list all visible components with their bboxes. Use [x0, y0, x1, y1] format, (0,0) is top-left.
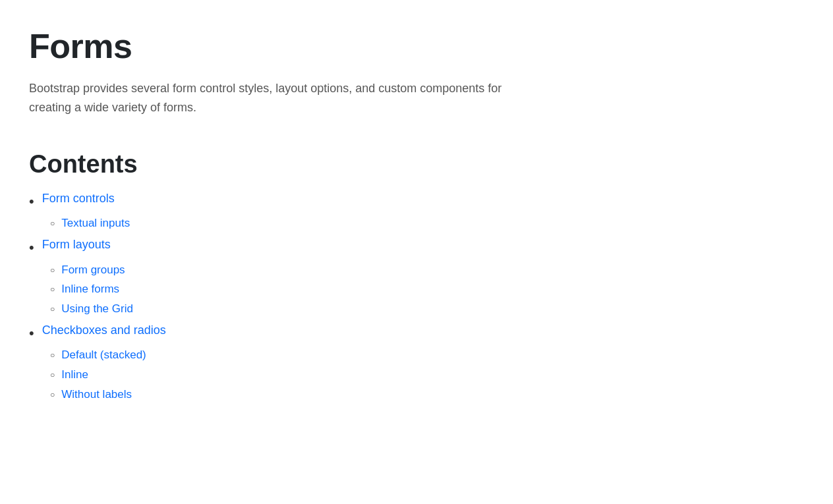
toc-subitem-textual-inputs: ○ Textual inputs: [50, 217, 130, 231]
sub-bullet-default-stacked: ○: [50, 349, 55, 363]
link-without-labels[interactable]: Without labels: [61, 388, 132, 401]
bullet-form-layouts: •: [29, 238, 34, 258]
link-checkboxes-and-radios[interactable]: Checkboxes and radios: [42, 323, 166, 337]
sub-bullet-using-the-grid: ○: [50, 302, 55, 317]
link-inline-forms[interactable]: Inline forms: [61, 283, 119, 296]
toc-item-checkboxes-and-radios: • Checkboxes and radios ○ Default (stack…: [29, 323, 804, 403]
contents-heading: Contents: [29, 150, 804, 179]
page-title: Forms: [29, 26, 804, 66]
link-form-groups[interactable]: Form groups: [61, 264, 125, 277]
bullet-form-controls: •: [29, 192, 34, 212]
page-description: Bootstrap provides several form control …: [29, 79, 517, 117]
link-form-controls[interactable]: Form controls: [42, 192, 115, 206]
toc-subitem-default-stacked: ○ Default (stacked): [50, 349, 166, 363]
toc-subitem-inline: ○ Inline: [50, 368, 166, 383]
link-inline[interactable]: Inline: [61, 368, 88, 381]
sub-bullet-form-groups: ○: [50, 264, 55, 278]
link-textual-inputs[interactable]: Textual inputs: [61, 217, 130, 230]
toc-list: • Form controls ○ Textual inputs • Form …: [29, 192, 804, 403]
link-form-layouts[interactable]: Form layouts: [42, 238, 111, 252]
toc-item-form-controls: • Form controls ○ Textual inputs: [29, 192, 804, 231]
link-default-stacked[interactable]: Default (stacked): [61, 349, 146, 362]
link-using-the-grid[interactable]: Using the Grid: [61, 302, 133, 316]
sub-bullet-textual-inputs: ○: [50, 217, 55, 231]
sub-bullet-inline: ○: [50, 368, 55, 383]
toc-subitem-without-labels: ○ Without labels: [50, 388, 166, 403]
sub-bullet-without-labels: ○: [50, 388, 55, 403]
toc-subitem-using-the-grid: ○ Using the Grid: [50, 302, 133, 317]
sub-bullet-inline-forms: ○: [50, 283, 55, 297]
toc-subitem-inline-forms: ○ Inline forms: [50, 283, 133, 297]
toc-subitem-form-groups: ○ Form groups: [50, 264, 133, 278]
bullet-checkboxes-and-radios: •: [29, 323, 34, 344]
toc-item-form-layouts: • Form layouts ○ Form groups ○ Inline fo…: [29, 238, 804, 317]
